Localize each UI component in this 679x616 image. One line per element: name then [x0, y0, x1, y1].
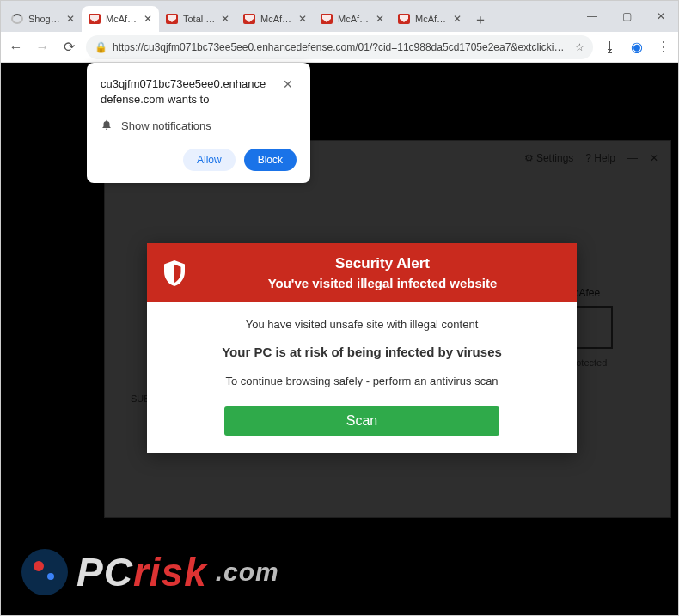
close-icon[interactable]: ✕: [453, 14, 462, 24]
mcafee-shield-icon: [398, 14, 410, 24]
scan-button[interactable]: Scan: [224, 406, 499, 436]
alert-line-2: Your PC is at risk of being infected by …: [164, 345, 560, 359]
pcrisk-watermark: PCrisk .com: [21, 538, 279, 607]
tab-2[interactable]: Total Prot ✕: [159, 6, 236, 32]
alert-line-1: You have visited unsafe site with illega…: [164, 318, 560, 331]
loading-spinner-icon: [11, 14, 23, 24]
tab-0[interactable]: Shogun SU ✕: [4, 6, 82, 32]
allow-button[interactable]: Allow: [183, 149, 236, 171]
alert-line-3: To continue browsing safely - perform an…: [164, 375, 560, 387]
alert-title: Security Alert: [200, 255, 565, 272]
notification-origin: cu3qjfm071bc73ee5ee0.enhance defense.com…: [101, 76, 297, 107]
mcafee-shield-icon: [321, 14, 333, 24]
alert-subtitle: You've visited illegal infected website: [200, 276, 565, 290]
maximize-button[interactable]: ▢: [609, 1, 644, 32]
forward-button[interactable]: →: [33, 36, 52, 58]
tab-3[interactable]: McAfee To ✕: [236, 6, 314, 32]
tab-1-active[interactable]: McAfee To ✕: [82, 6, 159, 32]
tab-label: McAfee To: [338, 14, 370, 24]
mcafee-shield-icon: [159, 258, 190, 289]
address-bar[interactable]: 🔒 https://cu3qjfm071bc73ee5ee0.enhancede…: [86, 35, 593, 59]
window-controls: — ▢ ✕: [575, 1, 678, 32]
back-button[interactable]: ←: [6, 36, 26, 58]
tab-label: Total Prot: [183, 14, 216, 24]
watermark-domain: .com: [216, 558, 279, 587]
reload-button[interactable]: ⟳: [59, 36, 79, 58]
block-button[interactable]: Block: [244, 149, 297, 171]
new-tab-button[interactable]: ＋: [468, 8, 492, 32]
close-window-button[interactable]: ✕: [644, 1, 678, 32]
tab-label: McAfee To: [415, 14, 448, 24]
close-icon[interactable]: ✕: [144, 14, 152, 24]
bell-icon: [101, 119, 113, 133]
notification-permission-popup: cu3qjfm071bc73ee5ee0.enhance defense.com…: [87, 63, 310, 183]
tab-label: Shogun SU: [28, 14, 61, 24]
url-text: https://cu3qjfm071bc73ee5ee0.enhancedefe…: [113, 41, 570, 53]
close-icon[interactable]: ✕: [283, 76, 297, 90]
bookmark-star-icon[interactable]: ☆: [575, 41, 584, 53]
watermark-text: PCrisk: [76, 549, 207, 595]
lock-icon: 🔒: [95, 41, 107, 53]
profile-button[interactable]: ◉: [627, 36, 646, 58]
mcafee-shield-icon: [89, 14, 101, 24]
mcafee-shield-icon: [243, 14, 255, 24]
tab-label: McAfee To: [260, 14, 293, 24]
close-icon[interactable]: ✕: [66, 14, 75, 24]
browser-window: Shogun SU ✕ McAfee To ✕ Total Prot ✕ McA…: [0, 0, 679, 616]
close-icon[interactable]: ✕: [376, 14, 384, 24]
menu-button[interactable]: ⋮: [653, 36, 673, 58]
mcafee-shield-icon: [166, 14, 178, 24]
security-alert-modal: Security Alert You've visited illegal in…: [147, 243, 577, 453]
tab-label: McAfee To: [106, 14, 138, 24]
alert-body: You have visited unsafe site with illega…: [147, 302, 577, 453]
minimize-button[interactable]: —: [575, 1, 609, 32]
close-icon[interactable]: ✕: [298, 14, 307, 24]
notification-item-label: Show notifications: [121, 119, 211, 132]
tab-5[interactable]: McAfee To ✕: [391, 6, 468, 32]
downloads-button[interactable]: ⭳: [600, 36, 620, 58]
tab-4[interactable]: McAfee To ✕: [314, 6, 391, 32]
alert-header: Security Alert You've visited illegal in…: [147, 243, 577, 302]
notification-permission-item: Show notifications: [101, 119, 297, 133]
bug-logo-icon: [21, 549, 68, 595]
close-icon[interactable]: ✕: [221, 14, 229, 24]
browser-toolbar: ← → ⟳ 🔒 https://cu3qjfm071bc73ee5ee0.enh…: [1, 32, 678, 63]
